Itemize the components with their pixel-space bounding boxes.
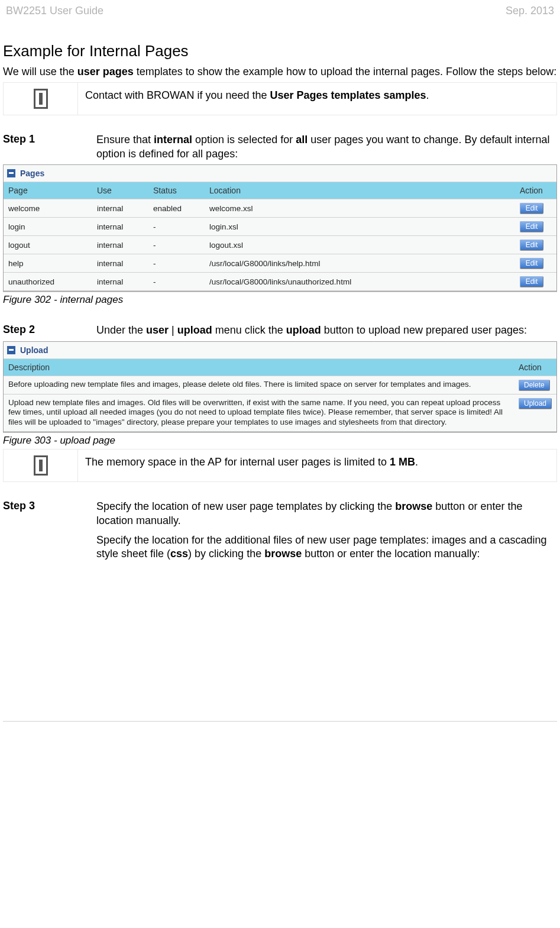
cell-page: logout (4, 236, 92, 254)
doc-title: BW2251 User Guide (6, 5, 103, 17)
col-status: Status (148, 182, 205, 199)
figure-303-caption: Figure 303 - upload page (3, 435, 557, 447)
upload-panel: Upload Description Action Before uploadi… (3, 341, 557, 433)
step2: Step 2 Under the user | upload menu clic… (3, 324, 557, 337)
cell-action: Edit (515, 254, 556, 273)
cell-action: Upload (514, 394, 556, 432)
footer-rule (3, 721, 557, 722)
col-location: Location (205, 182, 515, 199)
cell-status: - (148, 254, 205, 273)
cell-action: Edit (515, 236, 556, 254)
note-box-2: The memory space in the AP for internal … (3, 449, 557, 482)
col-action: Action (515, 182, 556, 199)
cell-action: Delete (514, 376, 556, 394)
step1: Step 1 Ensure that internal option is se… (3, 133, 557, 161)
col-action: Action (514, 359, 556, 376)
cell-status: enabled (148, 199, 205, 218)
cell-location: login.xsl (205, 218, 515, 236)
step2-label: Step 2 (3, 324, 96, 337)
col-page: Page (4, 182, 92, 199)
delete-button[interactable]: Delete (519, 380, 550, 390)
upload-titlebar: Upload (4, 342, 556, 359)
section-title: Example for Internal Pages (3, 42, 557, 60)
note-text-2: The memory space in the AP for internal … (78, 450, 556, 481)
edit-button[interactable]: Edit (520, 221, 543, 232)
edit-button[interactable]: Edit (520, 240, 543, 250)
table-row: Before uploading new template files and … (4, 376, 556, 394)
edit-button[interactable]: Edit (520, 276, 543, 287)
cell-use: internal (92, 199, 148, 218)
step1-label: Step 1 (3, 133, 96, 161)
cell-page: unauthorized (4, 273, 92, 291)
cell-action: Edit (515, 218, 556, 236)
upload-table: Description Action Before uploading new … (4, 359, 556, 432)
figure-302-caption: Figure 302 - internal pages (3, 294, 557, 306)
info-icon (4, 83, 78, 115)
table-row: welcomeinternalenabledwelcome.xslEdit (4, 199, 556, 218)
pages-title: Pages (20, 169, 44, 178)
cell-page: welcome (4, 199, 92, 218)
step3-label: Step 3 (3, 500, 96, 567)
doc-date: Sep. 2013 (506, 5, 554, 17)
pages-table: Page Use Status Location Action welcomei… (4, 182, 556, 291)
info-icon (4, 450, 78, 481)
page-header: BW2251 User Guide Sep. 2013 (0, 0, 560, 21)
step3-body: Specify the location of new user page te… (96, 500, 557, 567)
upload-button[interactable]: Upload (519, 398, 552, 409)
table-row: logininternal-login.xslEdit (4, 218, 556, 236)
cell-location: welcome.xsl (205, 199, 515, 218)
cell-use: internal (92, 273, 148, 291)
table-row: unauthorizedinternal-/usr/local/G8000/li… (4, 273, 556, 291)
cell-location: logout.xsl (205, 236, 515, 254)
cell-status: - (148, 236, 205, 254)
edit-button[interactable]: Edit (520, 203, 543, 214)
cell-location: /usr/local/G8000/links/unauthorized.html (205, 273, 515, 291)
cell-page: login (4, 218, 92, 236)
cell-page: help (4, 254, 92, 273)
note-box: Contact with BROWAN if you need the User… (3, 82, 557, 115)
cell-use: internal (92, 218, 148, 236)
pages-panel: Pages Page Use Status Location Action we… (3, 164, 557, 292)
upload-title: Upload (20, 345, 48, 355)
cell-description: Upload new template files and images. Ol… (4, 394, 514, 432)
edit-button[interactable]: Edit (520, 258, 543, 269)
col-description: Description (4, 359, 514, 376)
cell-action: Edit (515, 273, 556, 291)
table-row: helpinternal-/usr/local/G8000/links/help… (4, 254, 556, 273)
collapse-icon[interactable] (7, 346, 15, 354)
cell-use: internal (92, 254, 148, 273)
col-use: Use (92, 182, 148, 199)
cell-location: /usr/local/G8000/links/help.html (205, 254, 515, 273)
table-row: logoutinternal-logout.xslEdit (4, 236, 556, 254)
collapse-icon[interactable] (7, 169, 15, 177)
step1-body: Ensure that internal option is selected … (96, 133, 557, 161)
cell-description: Before uploading new template files and … (4, 376, 514, 394)
cell-status: - (148, 273, 205, 291)
pages-titlebar: Pages (4, 165, 556, 182)
cell-status: - (148, 218, 205, 236)
step3: Step 3 Specify the location of new user … (3, 500, 557, 567)
step2-body: Under the user | upload menu click the u… (96, 324, 557, 337)
table-row: Upload new template files and images. Ol… (4, 394, 556, 432)
note-text: Contact with BROWAN if you need the User… (78, 83, 556, 115)
cell-action: Edit (515, 199, 556, 218)
cell-use: internal (92, 236, 148, 254)
intro-text: We will use the user pages templates to … (3, 65, 557, 79)
